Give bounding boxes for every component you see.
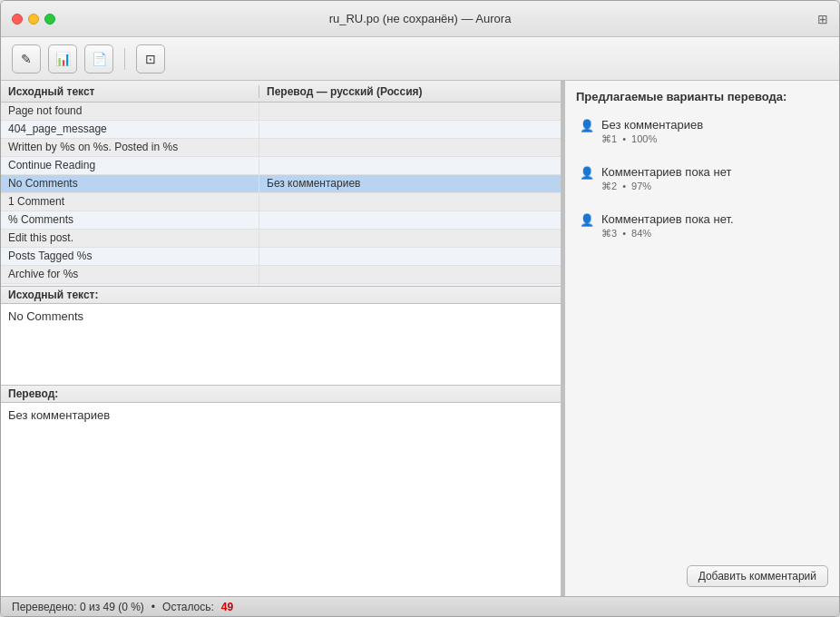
cell-source: 1 Comment — [1, 193, 259, 211]
remaining-count: 49 — [221, 601, 233, 613]
suggestion-meta: ⌘2 • 97% — [601, 181, 825, 192]
cell-trans — [259, 211, 561, 229]
table-header: Исходный текст Перевод — русский (Россия… — [1, 81, 561, 103]
right-panel: Предлагаемые варианты перевода: 👤 Без ко… — [565, 81, 839, 596]
cell-source: Continue Reading — [1, 157, 259, 174]
close-button[interactable] — [12, 14, 23, 24]
trans-label: Перевод: — [1, 386, 561, 403]
suggestion-dot: • — [622, 228, 626, 239]
left-panel: Исходный текст Перевод — русский (Россия… — [1, 81, 562, 596]
cell-trans — [259, 193, 561, 211]
stats-button[interactable]: 📊 — [48, 44, 77, 73]
table-row[interactable]: No CommentsБез комментариев — [1, 175, 561, 193]
suggestion-content: Комментариев пока нет. ⌘3 • 84% — [601, 212, 825, 240]
titlebar: ru_RU.po (не сохранён) — Aurora ⊞ — [1, 1, 839, 37]
person-icon: 👤 — [580, 119, 594, 133]
table-row[interactable]: Edit this post. — [1, 230, 561, 248]
cell-trans — [259, 103, 561, 120]
person-icon: 👤 — [580, 166, 594, 181]
suggestion-match: 100% — [631, 133, 657, 144]
cell-source: Page not found — [1, 103, 259, 120]
minimize-button[interactable] — [28, 14, 39, 24]
table-row[interactable]: Continue Reading — [1, 157, 561, 175]
suggestion-item-2[interactable]: 👤 Комментариев пока нет ⌘2 • 97% — [576, 162, 828, 196]
cell-trans — [259, 248, 561, 265]
file-button[interactable]: 📄 — [84, 44, 113, 73]
table-row[interactable]: 1 Comment — [1, 193, 561, 211]
trans-input[interactable] — [1, 403, 561, 597]
right-bottom: Добавить комментарий — [576, 256, 828, 587]
suggestion-meta: ⌘1 • 100% — [601, 133, 825, 145]
translated-status: Переведено: 0 из 49 (0 %) — [12, 601, 144, 613]
stats-icon: 📊 — [55, 52, 71, 66]
source-label: Исходный текст: — [1, 286, 561, 304]
cell-source: No Comments — [1, 175, 259, 192]
titlebar-right-controls: ⊞ — [817, 12, 828, 26]
cell-source: Archive for %s — [1, 266, 259, 283]
table-row[interactable]: Written by %s on %s. Posted in %s — [1, 139, 561, 157]
table-row[interactable]: % Comments — [1, 211, 561, 230]
suggestion-text: Комментариев пока нет. — [601, 212, 825, 226]
traffic-lights — [12, 14, 55, 24]
suggestion-text: Без комментариев — [601, 118, 825, 132]
suggestion-shortcut: ⌘3 — [601, 228, 617, 239]
suggestion-item-1[interactable]: 👤 Без комментариев ⌘1 • 100% — [576, 114, 828, 149]
cell-source: Edit this post. — [1, 230, 259, 247]
source-text: No Comments — [1, 304, 561, 386]
cell-trans — [259, 230, 561, 247]
cell-source: % Comments — [1, 211, 259, 229]
cell-trans — [259, 157, 561, 174]
suggestion-content: Без комментариев ⌘1 • 100% — [601, 118, 825, 145]
suggestion-dot: • — [622, 181, 626, 191]
cell-source: Written by %s on %s. Posted in %s — [1, 139, 259, 156]
statusbar: Переведено: 0 из 49 (0 %) • Осталось: 49 — [1, 596, 839, 616]
suggestion-meta: ⌘3 • 84% — [601, 228, 825, 240]
cell-source: Posts Tagged %s — [1, 248, 259, 265]
edit-icon: ✎ — [21, 52, 32, 66]
suggestions-list: 👤 Без комментариев ⌘1 • 100% 👤 Комментар… — [576, 114, 828, 256]
maximize-button[interactable] — [44, 14, 55, 24]
toolbar: ✎ 📊 📄 ⊡ — [1, 37, 839, 81]
suggestion-dot: • — [622, 133, 626, 144]
window-title: ru_RU.po (не сохранён) — Aurora — [329, 12, 512, 25]
suggestion-shortcut: ⌘2 — [601, 181, 617, 191]
content-area: Исходный текст Перевод — русский (Россия… — [1, 81, 839, 596]
translation-table[interactable]: Page not found404_page_messageWritten by… — [1, 103, 561, 286]
person-icon: 👤 — [580, 213, 594, 228]
status-bullet: • — [151, 601, 155, 613]
suggestion-item-3[interactable]: 👤 Комментариев пока нет. ⌘3 • 84% — [576, 209, 828, 243]
cell-source: 404_page_message — [1, 121, 259, 138]
cell-trans — [259, 266, 561, 283]
table-row[interactable]: Posts Tagged %s — [1, 248, 561, 266]
suggestion-match: 84% — [631, 228, 651, 239]
remaining-label: Осталось: — [162, 601, 214, 613]
cell-trans: Без комментариев — [259, 175, 561, 192]
view-button[interactable]: ⊡ — [136, 44, 165, 73]
suggestion-content: Комментариев пока нет ⌘2 • 97% — [601, 165, 825, 192]
suggestion-text: Комментариев пока нет — [601, 165, 825, 179]
cell-trans — [259, 139, 561, 156]
add-comment-button[interactable]: Добавить комментарий — [687, 565, 828, 587]
suggestions-title: Предлагаемые варианты перевода: — [576, 90, 828, 103]
file-icon: 📄 — [92, 52, 107, 66]
table-row[interactable]: 404_page_message — [1, 121, 561, 139]
suggestion-match: 97% — [631, 181, 651, 191]
cell-trans — [259, 121, 561, 138]
edit-button[interactable]: ✎ — [12, 44, 41, 73]
suggestion-shortcut: ⌘1 — [601, 133, 617, 144]
toolbar-separator — [124, 48, 125, 70]
col-trans-header: Перевод — русский (Россия) — [259, 85, 430, 98]
table-row[interactable]: Archive for %s — [1, 266, 561, 284]
view-icon: ⊡ — [145, 52, 156, 66]
col-source-header: Исходный текст — [1, 85, 259, 98]
table-row[interactable]: Page not found — [1, 103, 561, 121]
